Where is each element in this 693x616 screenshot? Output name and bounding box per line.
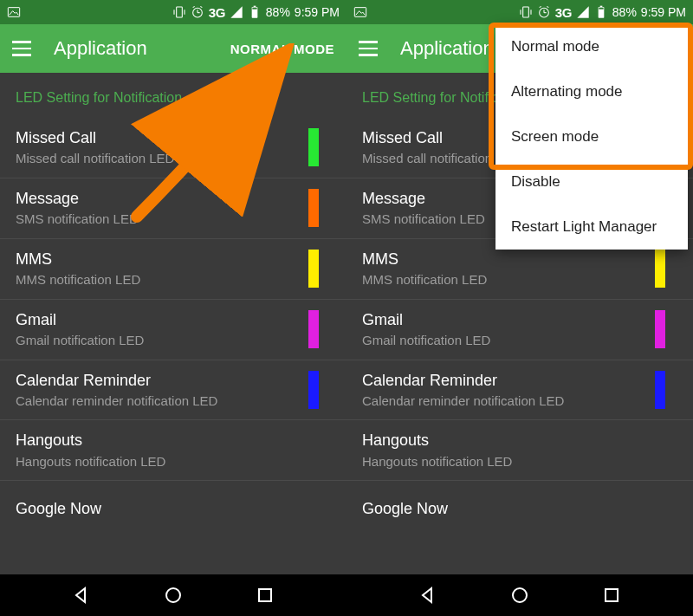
row-title: Calendar Reminder — [362, 371, 677, 391]
row-sub: Hangouts notification LED — [16, 453, 331, 470]
row-title: Calendar Reminder — [16, 371, 331, 391]
back-icon[interactable] — [418, 585, 438, 606]
color-swatch — [655, 250, 665, 288]
battery-percent: 88% — [266, 5, 290, 19]
list-item[interactable]: Hangouts Hangouts notification LED — [346, 420, 693, 481]
signal-icon — [230, 5, 243, 19]
signal-icon — [576, 5, 590, 19]
menu-icon[interactable] — [12, 37, 35, 60]
list-item[interactable]: MMS MMS notification LED — [0, 239, 346, 300]
status-bar: 3G 88% 9:59 PM — [346, 0, 693, 24]
phone-right: 3G 88% 9:59 PM Application LED Setting f… — [346, 0, 693, 616]
row-title: Gmail — [362, 310, 677, 330]
menu-icon[interactable] — [359, 37, 381, 60]
list-item[interactable]: Gmail Gmail notification LED — [346, 300, 693, 360]
menu-item-disable[interactable]: Disable — [495, 159, 688, 204]
page-title: Application — [54, 37, 230, 60]
row-sub: Gmail notification LED — [362, 332, 677, 349]
clock-time: 9:59 PM — [295, 5, 340, 19]
row-title: Message — [16, 189, 331, 209]
color-swatch — [308, 128, 319, 166]
row-sub: MMS notification LED — [362, 271, 677, 289]
color-swatch — [308, 310, 319, 348]
row-sub: Gmail notification LED — [16, 332, 331, 349]
nav-bar — [0, 574, 346, 616]
svg-line-21 — [539, 6, 541, 7]
svg-rect-13 — [259, 589, 271, 601]
row-title: Hangouts — [362, 431, 677, 451]
menu-item-screen[interactable]: Screen mode — [495, 114, 688, 159]
list-item[interactable]: Calendar Reminder Calendar reminder noti… — [346, 360, 693, 421]
svg-line-8 — [200, 6, 202, 7]
vibrate-icon — [519, 5, 533, 19]
svg-rect-25 — [599, 8, 603, 10]
section-header: LED Setting for Notification — [0, 73, 346, 118]
menu-item-alternating[interactable]: Alternating mode — [495, 69, 688, 114]
recent-icon[interactable] — [255, 585, 275, 606]
row-sub: Calendar reminder notification LED — [16, 392, 331, 410]
color-swatch — [655, 310, 665, 348]
row-title: Hangouts — [16, 431, 331, 451]
alarm-icon — [191, 5, 204, 19]
mode-button[interactable]: NORMAL MODE — [230, 42, 334, 56]
list-item[interactable]: Gmail Gmail notification LED — [0, 300, 346, 360]
svg-line-22 — [547, 6, 548, 7]
list-item[interactable]: Message SMS notification LED — [0, 178, 346, 239]
svg-rect-15 — [522, 7, 528, 17]
color-swatch — [308, 250, 319, 288]
row-sub: Missed call notification LED — [16, 150, 331, 167]
svg-rect-10 — [253, 6, 256, 7]
row-sub: Calendar reminder notification LED — [362, 392, 677, 410]
color-swatch — [308, 189, 319, 227]
row-sub: Hangouts notification LED — [362, 453, 677, 470]
recent-icon[interactable] — [601, 585, 622, 606]
network-type: 3G — [209, 5, 225, 20]
row-title: MMS — [16, 250, 331, 269]
svg-point-26 — [513, 588, 527, 602]
row-title: Missed Call — [16, 128, 331, 148]
svg-rect-27 — [606, 589, 618, 601]
picture-icon — [7, 5, 21, 19]
row-sub: MMS notification LED — [16, 271, 331, 289]
row-title: MMS — [362, 250, 677, 269]
settings-list: LED Setting for Notification Missed Call… — [0, 73, 346, 574]
row-title: Gmail — [16, 310, 331, 330]
list-item[interactable]: Missed Call Missed call notification LED — [0, 118, 346, 178]
list-item[interactable]: Calendar Reminder Calendar reminder noti… — [0, 360, 346, 421]
svg-rect-11 — [252, 8, 256, 10]
menu-item-normal[interactable]: Normal mode — [495, 24, 688, 69]
list-item[interactable]: Google Now — [346, 481, 693, 536]
list-item[interactable]: Hangouts Hangouts notification LED — [0, 420, 346, 481]
back-icon[interactable] — [71, 585, 92, 606]
app-bar: Application NORMAL MODE — [0, 24, 346, 73]
home-icon[interactable] — [163, 585, 184, 606]
nav-bar — [346, 574, 693, 616]
list-item[interactable]: Google Now — [0, 481, 346, 536]
clock-time: 9:59 PM — [641, 5, 686, 19]
row-title: Google Now — [362, 499, 677, 519]
battery-percent: 88% — [612, 5, 637, 19]
alarm-icon — [537, 5, 551, 19]
svg-line-7 — [192, 6, 194, 7]
picture-icon — [353, 5, 367, 19]
status-bar: 3G 88% 9:59 PM — [0, 0, 346, 24]
color-swatch — [308, 371, 319, 409]
network-type: 3G — [555, 5, 572, 20]
battery-icon — [248, 5, 262, 19]
row-sub: SMS notification LED — [16, 211, 331, 228]
color-swatch — [655, 371, 665, 409]
row-title: Google Now — [16, 499, 331, 519]
mode-menu: Normal mode Alternating mode Screen mode… — [495, 24, 688, 250]
svg-rect-24 — [599, 6, 602, 7]
svg-rect-1 — [176, 7, 182, 17]
svg-point-12 — [166, 588, 180, 602]
battery-icon — [594, 5, 608, 19]
vibrate-icon — [172, 5, 186, 19]
home-icon[interactable] — [509, 585, 530, 606]
phone-left: 3G 88% 9:59 PM Application NORMAL MODE L… — [0, 0, 346, 616]
menu-item-restart[interactable]: Restart Light Manager — [495, 204, 688, 250]
